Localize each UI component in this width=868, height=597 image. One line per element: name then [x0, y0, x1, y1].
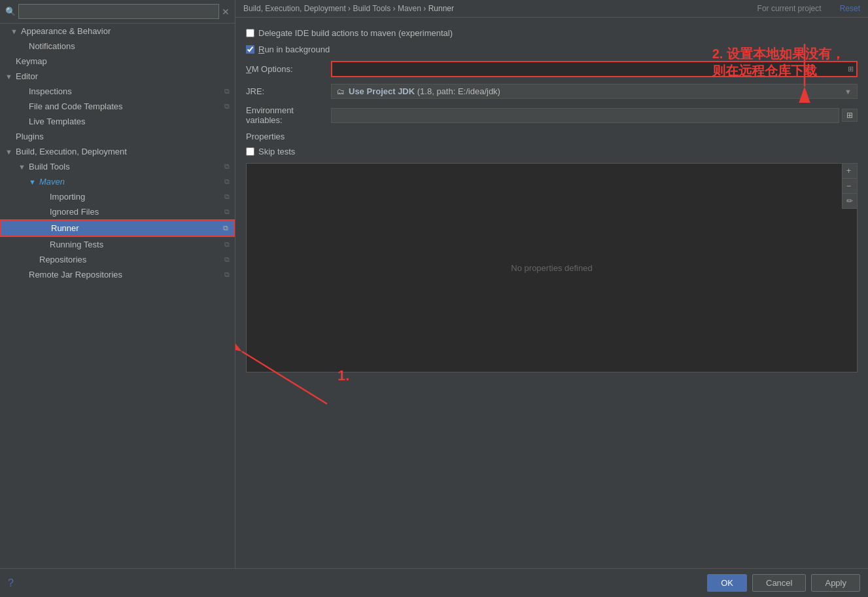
remove-property-button[interactable]: − — [842, 179, 857, 194]
apply-button[interactable]: Apply — [811, 574, 860, 592]
env-vars-label: Environment variables: — [246, 105, 331, 125]
vm-options-row: VM Options: -DarchetypeCatalog=internal … — [246, 61, 858, 77]
jre-dropdown-arrow-icon: ▼ — [844, 88, 852, 96]
settings-panel: Delegate IDE build actions to maven (exp… — [235, 18, 868, 568]
sidebar-item-label: Importing — [50, 192, 85, 202]
sidebar-item-appearance[interactable]: ▼ Appearance & Behavior — [0, 24, 235, 39]
breadcrumb-part-4: Runner — [428, 4, 454, 13]
properties-area: No properties defined + − ✏ — [246, 163, 858, 372]
run-background-row: RRun in backgroundun in background — [246, 45, 858, 54]
sidebar-item-label: Live Templates — [29, 117, 85, 126]
delegate-ide-label: Delegate IDE build actions to maven (exp… — [258, 28, 453, 38]
sidebar-item-running-tests[interactable]: Running Tests ⧉ — [0, 237, 235, 252]
delegate-ide-checkbox[interactable] — [246, 29, 254, 37]
sidebar-item-label: Inspections — [29, 86, 72, 96]
breadcrumb-sep: › — [423, 4, 428, 13]
jre-label: JRE: — [246, 86, 331, 96]
expand-icon: ▼ — [10, 27, 18, 35]
sidebar-item-label: Plugins — [16, 132, 44, 141]
dialog-footer: ? OK Cancel Apply — [0, 568, 868, 597]
sidebar-item-label: Editor — [16, 71, 38, 81]
add-property-button[interactable]: + — [842, 164, 857, 179]
sidebar-item-label: Appearance & Behavior — [21, 26, 111, 36]
properties-section-title: Properties — [246, 132, 858, 141]
copy-icon: ⧉ — [224, 255, 230, 264]
sidebar-item-label: Build, Execution, Deployment — [16, 147, 127, 156]
breadcrumb-part-1: Build, Execution, Deployment — [243, 4, 346, 13]
copy-icon: ⧉ — [223, 224, 228, 232]
search-bar: 🔍 mave ✕ — [0, 0, 235, 24]
breadcrumb-sep: › — [393, 4, 398, 13]
sidebar-item-label: Build Tools — [29, 162, 70, 172]
search-input[interactable]: mave — [18, 4, 219, 19]
breadcrumb-part-2: Build Tools — [353, 4, 391, 13]
sidebar-item-runner[interactable]: Runner ⧉ — [0, 219, 235, 237]
skip-tests-label: Skip tests — [258, 147, 295, 156]
run-background-checkbox[interactable] — [246, 45, 254, 54]
run-background-label: RRun in backgroundun in background — [258, 45, 330, 54]
breadcrumb-part-3: Maven — [398, 4, 421, 13]
sidebar-item-ignored-files[interactable]: Ignored Files ⧉ — [0, 204, 235, 219]
jdk-icon: 🗂 — [337, 87, 345, 96]
settings-sidebar: 🔍 mave ✕ ▼ Appearance & Behavior Notific… — [0, 0, 235, 568]
jre-value-text: Use Project JDK (1.8, path: E:/idea/jdk) — [349, 86, 844, 96]
sidebar-item-notifications[interactable]: Notifications — [0, 39, 235, 54]
sidebar-item-label: Ignored Files — [50, 207, 99, 217]
no-properties-text: No properties defined — [511, 263, 592, 273]
run-background-checkbox-label[interactable]: RRun in backgroundun in background — [246, 45, 330, 54]
copy-icon: ⧉ — [224, 192, 230, 201]
vm-options-input-wrap: -DarchetypeCatalog=internal ⊞ — [331, 61, 858, 77]
sidebar-item-label: Remote Jar Repositories — [29, 270, 122, 280]
properties-toolbar: + − ✏ — [842, 164, 857, 209]
skip-tests-row: Skip tests — [246, 147, 858, 156]
sidebar-item-label: Runner — [51, 223, 79, 233]
clear-search-icon[interactable]: ✕ — [222, 7, 230, 17]
main-content: Build, Execution, Deployment › Build Too… — [235, 0, 868, 568]
help-icon[interactable]: ? — [8, 577, 14, 589]
env-vars-row: Environment variables: ⊞ — [246, 105, 858, 125]
sidebar-item-importing[interactable]: Importing ⧉ — [0, 189, 235, 204]
sidebar-item-maven[interactable]: ▼ Maven ⧉ — [0, 174, 235, 189]
env-vars-input[interactable] — [331, 108, 839, 123]
vm-options-input[interactable]: -DarchetypeCatalog=internal — [332, 62, 845, 76]
sidebar-item-editor[interactable]: ▼ Editor — [0, 69, 235, 84]
sidebar-item-label: Maven — [39, 177, 65, 187]
sidebar-item-inspections[interactable]: Inspections ⧉ — [0, 84, 235, 99]
cancel-button[interactable]: Cancel — [752, 574, 806, 592]
delegate-ide-checkbox-label[interactable]: Delegate IDE build actions to maven (exp… — [246, 28, 453, 38]
sidebar-item-remote-jar[interactable]: Remote Jar Repositories ⧉ — [0, 267, 235, 282]
vm-expand-button[interactable]: ⊞ — [845, 63, 856, 75]
edit-property-button[interactable]: ✏ — [842, 194, 857, 209]
copy-icon: ⧉ — [224, 240, 230, 249]
sidebar-item-keymap[interactable]: Keymap — [0, 54, 235, 69]
copy-icon: ⧉ — [224, 102, 230, 111]
breadcrumb: Build, Execution, Deployment › Build Too… — [243, 4, 454, 13]
sidebar-item-build-tools[interactable]: ▼ Build Tools ⧉ — [0, 159, 235, 174]
copy-icon: ⧉ — [224, 208, 230, 216]
delegate-ide-row: Delegate IDE build actions to maven (exp… — [246, 28, 858, 38]
sidebar-item-label: File and Code Templates — [29, 101, 123, 111]
sidebar-item-repositories[interactable]: Repositories ⧉ — [0, 252, 235, 267]
sidebar-item-label: Keymap — [16, 56, 47, 66]
sidebar-item-live-templates[interactable]: Live Templates — [0, 114, 235, 129]
env-vars-input-wrap: ⊞ — [331, 108, 858, 123]
sidebar-item-build-execution[interactable]: ▼ Build, Execution, Deployment — [0, 144, 235, 159]
ok-button[interactable]: OK — [707, 574, 747, 592]
copy-icon: ⧉ — [224, 162, 230, 171]
reset-link[interactable]: Reset — [840, 4, 860, 13]
for-current-project-label: For current project — [757, 4, 822, 13]
skip-tests-checkbox-label[interactable]: Skip tests — [246, 147, 295, 156]
sidebar-item-file-code-templates[interactable]: File and Code Templates ⧉ — [0, 99, 235, 114]
skip-tests-checkbox[interactable] — [246, 147, 254, 156]
jre-select[interactable]: 🗂 Use Project JDK (1.8, path: E:/idea/jd… — [331, 84, 858, 99]
search-icon: 🔍 — [5, 7, 16, 16]
sidebar-item-plugins[interactable]: Plugins — [0, 129, 235, 144]
sidebar-item-label: Running Tests — [50, 240, 103, 249]
settings-dialog: 🔍 mave ✕ ▼ Appearance & Behavior Notific… — [0, 0, 868, 597]
vm-options-label: VM Options: — [246, 64, 331, 74]
sidebar-item-label: Notifications — [29, 41, 75, 51]
env-vars-browse-button[interactable]: ⊞ — [842, 109, 858, 122]
copy-icon: ⧉ — [224, 270, 230, 279]
sidebar-item-label: Repositories — [39, 255, 86, 264]
copy-icon: ⧉ — [224, 177, 230, 186]
